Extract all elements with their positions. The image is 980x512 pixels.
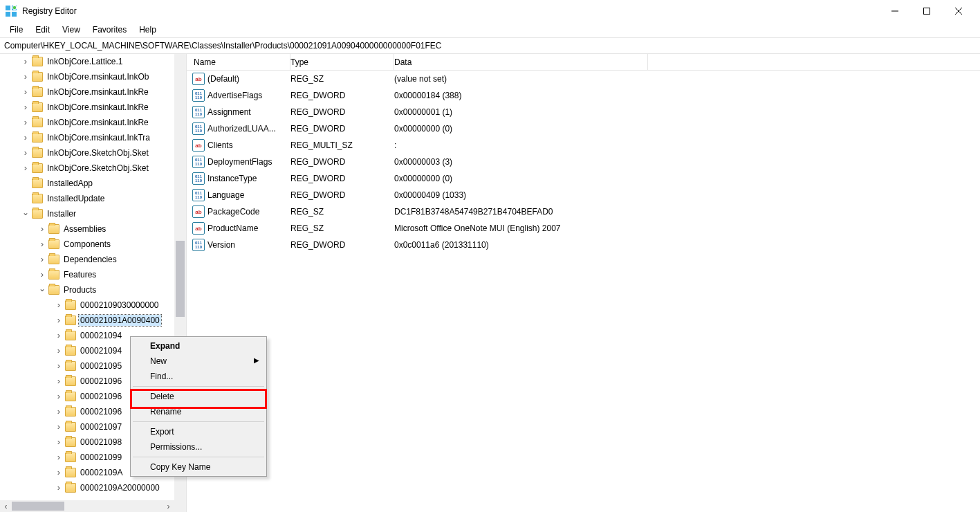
value-row[interactable]: abProductNameREG_SZMicrosoft Office OneN…: [187, 220, 980, 237]
value-name: Clients: [207, 140, 233, 150]
value-row[interactable]: 011110LanguageREG_DWORD0x00000409 (1033): [187, 187, 980, 203]
value-data: 0x00000409 (1033): [394, 190, 980, 200]
value-row[interactable]: 011110VersionREG_DWORD0x0c0011a6 (201331…: [187, 237, 980, 253]
chevron-down-icon[interactable]: [37, 285, 47, 295]
tree-item[interactable]: InkObjCore.msinkaut.InkOb: [0, 69, 174, 84]
menu-edit[interactable]: Edit: [30, 24, 55, 36]
scrollbar-thumb[interactable]: [176, 241, 185, 317]
string-value-icon: ab: [192, 222, 205, 235]
chevron-right-icon[interactable]: [21, 102, 30, 113]
tree-item[interactable]: 000021091A0090400: [0, 313, 174, 328]
context-menu-permissions[interactable]: Permissions...: [132, 439, 265, 455]
value-row[interactable]: 011110DeploymentFlagsREG_DWORD0x00000003…: [187, 154, 980, 170]
column-header-data[interactable]: Data: [394, 54, 648, 70]
context-menu-new[interactable]: New▶: [132, 354, 265, 369]
address-text: Computer\HKEY_LOCAL_MACHINE\SOFTWARE\Cla…: [4, 41, 442, 51]
chevron-right-icon[interactable]: [54, 437, 64, 448]
chevron-right-icon[interactable]: [21, 163, 30, 174]
column-header-name[interactable]: Name: [187, 54, 290, 70]
context-menu-copy-key-name[interactable]: Copy Key Name: [132, 459, 265, 475]
folder-icon: [65, 331, 76, 340]
context-menu-find[interactable]: Find...: [132, 369, 265, 384]
tree-item[interactable]: 00002109030000000: [0, 298, 174, 313]
binary-value-icon: 011110: [192, 172, 205, 185]
tree-item[interactable]: 00002109A20000000: [0, 480, 174, 495]
context-menu-expand[interactable]: Expand: [132, 338, 265, 354]
close-button[interactable]: [943, 0, 974, 22]
folder-icon: [32, 179, 43, 188]
chevron-right-icon[interactable]: [54, 483, 64, 493]
scrollbar-corner: [174, 500, 186, 512]
tree-item[interactable]: InstalledUpdate: [0, 191, 174, 206]
menu-view[interactable]: View: [57, 24, 86, 36]
values-panel: Name Type Data ab(Default)REG_SZ(value n…: [187, 54, 980, 512]
chevron-right-icon[interactable]: [54, 407, 64, 417]
context-menu-delete[interactable]: Delete: [132, 389, 265, 404]
tree-horizontal-scrollbar[interactable]: ‹ ›: [0, 500, 174, 512]
maximize-button[interactable]: [911, 0, 943, 22]
chevron-right-icon[interactable]: [21, 87, 30, 98]
menu-file[interactable]: File: [4, 24, 28, 36]
chevron-right-icon[interactable]: [54, 452, 64, 463]
value-name: PackageCode: [207, 207, 259, 217]
context-menu-export[interactable]: Export: [132, 424, 265, 439]
chevron-right-icon[interactable]: [54, 392, 64, 402]
value-row[interactable]: abPackageCodeREG_SZDC1F81B3748A54749B271…: [187, 203, 980, 220]
tree-item[interactable]: Dependencies: [0, 252, 174, 267]
value-row[interactable]: 011110AuthorizedLUAA...REG_DWORD0x000000…: [187, 120, 980, 137]
tree-item[interactable]: InkObjCore.SketchObj.Sket: [0, 161, 174, 176]
scroll-left-icon[interactable]: ‹: [0, 500, 12, 512]
context-menu-rename[interactable]: Rename: [132, 404, 265, 419]
submenu-arrow-icon: ▶: [254, 356, 259, 364]
chevron-down-icon[interactable]: [21, 209, 30, 219]
chevron-right-icon[interactable]: [54, 300, 64, 311]
tree-item[interactable]: Installer: [0, 206, 174, 221]
chevron-right-icon[interactable]: [21, 118, 30, 128]
values-list[interactable]: ab(Default)REG_SZ(value not set)011110Ad…: [187, 71, 980, 253]
tree-item[interactable]: InkObjCore.msinkaut.InkRe: [0, 100, 174, 115]
column-header-type[interactable]: Type: [290, 54, 394, 70]
tree-item[interactable]: Assemblies: [0, 221, 174, 237]
chevron-right-icon[interactable]: [21, 57, 30, 67]
value-row[interactable]: 011110AssignmentREG_DWORD0x00000001 (1): [187, 104, 980, 120]
chevron-right-icon[interactable]: [37, 224, 47, 235]
value-row[interactable]: 011110InstanceTypeREG_DWORD0x00000000 (0…: [187, 170, 980, 187]
chevron-right-icon[interactable]: [54, 331, 64, 341]
chevron-right-icon[interactable]: [37, 239, 47, 250]
chevron-right-icon[interactable]: [54, 346, 64, 356]
chevron-right-icon[interactable]: [21, 133, 30, 143]
scrollbar-thumb[interactable]: [12, 502, 64, 511]
chevron-right-icon[interactable]: [54, 361, 64, 372]
chevron-right-icon[interactable]: [54, 316, 64, 326]
value-row[interactable]: ab(Default)REG_SZ(value not set): [187, 71, 980, 87]
value-type: REG_DWORD: [290, 240, 394, 250]
tree-item[interactable]: Features: [0, 267, 174, 282]
value-row[interactable]: abClientsREG_MULTI_SZ:: [187, 137, 980, 154]
tree-item[interactable]: InkObjCore.SketchObj.Sket: [0, 145, 174, 161]
value-name: (Default): [207, 74, 239, 84]
chevron-right-icon[interactable]: [21, 72, 30, 82]
chevron-right-icon[interactable]: [54, 376, 64, 387]
chevron-right-icon[interactable]: [37, 270, 47, 280]
tree-item[interactable]: InkObjCore.Lattice.1: [0, 54, 174, 69]
scroll-right-icon[interactable]: ›: [163, 500, 174, 512]
menu-favorites[interactable]: Favorites: [87, 24, 132, 36]
tree-item[interactable]: Products: [0, 282, 174, 298]
scrollbar-track[interactable]: [12, 500, 163, 512]
chevron-right-icon[interactable]: [54, 422, 64, 432]
chevron-right-icon[interactable]: [21, 148, 30, 158]
tree-item[interactable]: InkObjCore.msinkaut.InkRe: [0, 84, 174, 100]
chevron-right-icon[interactable]: [37, 255, 47, 265]
tree-item[interactable]: Components: [0, 237, 174, 252]
app-icon: [6, 6, 17, 17]
address-bar[interactable]: Computer\HKEY_LOCAL_MACHINE\SOFTWARE\Cla…: [0, 37, 980, 54]
window-title: Registry Editor: [22, 6, 77, 16]
minimize-button[interactable]: [879, 0, 911, 22]
tree-item[interactable]: InkObjCore.msinkaut.InkRe: [0, 115, 174, 130]
value-row[interactable]: 011110AdvertiseFlagsREG_DWORD0x00000184 …: [187, 87, 980, 104]
tree-item[interactable]: InkObjCore.msinkaut.InkTra: [0, 130, 174, 145]
menu-help[interactable]: Help: [133, 24, 162, 36]
binary-value-icon: 011110: [192, 89, 205, 102]
chevron-right-icon[interactable]: [54, 468, 64, 478]
tree-item[interactable]: InstalledApp: [0, 176, 174, 191]
